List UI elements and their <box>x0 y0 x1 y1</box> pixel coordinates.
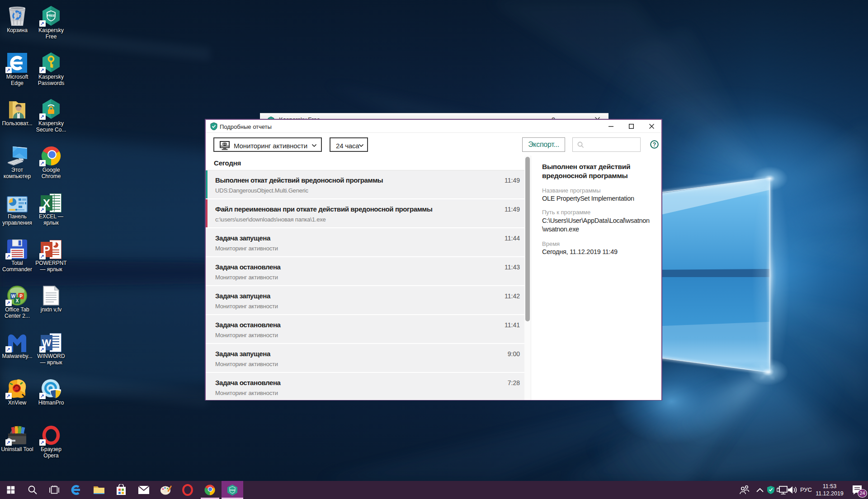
svg-text:X: X <box>16 298 19 303</box>
svg-text:?: ? <box>653 141 656 148</box>
svg-text:FREE: FREE <box>230 489 235 491</box>
svg-text:FREE: FREE <box>47 14 55 17</box>
